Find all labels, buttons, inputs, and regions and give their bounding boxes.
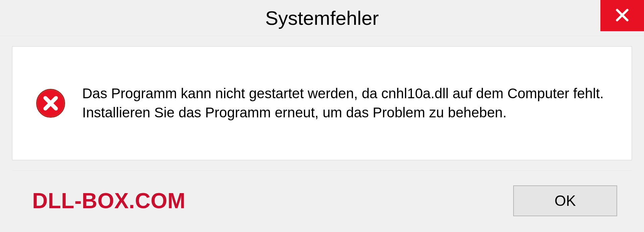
- error-dialog: Systemfehler Das Programm kann nicht ges…: [0, 0, 644, 232]
- close-icon: [613, 6, 631, 25]
- error-icon: [36, 89, 65, 118]
- footer-area: DLL-BOX.COM OK: [12, 170, 632, 231]
- content-area: Das Programm kann nicht gestartet werden…: [0, 36, 644, 232]
- dialog-title: Systemfehler: [265, 7, 379, 29]
- close-button[interactable]: [600, 0, 644, 31]
- titlebar: Systemfehler: [0, 0, 644, 36]
- watermark-text: DLL-BOX.COM: [32, 188, 185, 213]
- ok-button[interactable]: OK: [513, 185, 617, 216]
- error-message: Das Programm kann nicht gestartet werden…: [82, 84, 611, 122]
- message-panel: Das Programm kann nicht gestartet werden…: [12, 46, 632, 160]
